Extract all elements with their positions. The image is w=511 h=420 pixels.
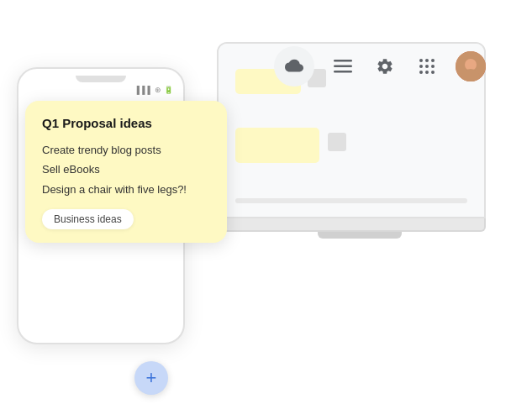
avatar[interactable] — [456, 51, 486, 81]
svg-point-4 — [425, 59, 429, 62]
note-item-2: Sell eBooks — [42, 160, 210, 179]
laptop-bottom-line — [235, 198, 467, 203]
phone-status-text: ▌▌▌ ⊛ 🔋 — [137, 86, 173, 94]
list-icon[interactable] — [329, 53, 356, 80]
toolbar — [274, 46, 486, 87]
laptop-foot — [318, 232, 402, 239]
note-tag[interactable]: Business ideas — [42, 209, 134, 229]
svg-point-11 — [431, 71, 435, 74]
laptop-placeholder-2 — [328, 133, 346, 151]
svg-point-7 — [425, 65, 429, 68]
svg-rect-1 — [334, 66, 352, 68]
svg-point-5 — [431, 59, 435, 62]
svg-point-9 — [419, 71, 423, 74]
svg-point-10 — [425, 71, 429, 74]
laptop-base — [217, 218, 486, 232]
laptop-note-2 — [235, 128, 319, 163]
note-card: Q1 Proposal ideas Create trendy blog pos… — [25, 101, 227, 243]
settings-icon[interactable] — [371, 53, 398, 80]
note-title: Q1 Proposal ideas — [42, 116, 210, 130]
grid-icon[interactable] — [414, 53, 440, 80]
svg-point-13 — [465, 59, 477, 71]
fab-button[interactable]: + — [134, 361, 168, 395]
svg-point-3 — [419, 59, 423, 62]
svg-rect-0 — [334, 60, 352, 62]
note-item-3: Design a chair with five legs?! — [42, 180, 210, 199]
svg-point-6 — [419, 65, 423, 68]
note-item-1: Create trendy blog posts — [42, 140, 210, 160]
phone-status-bar: ▌▌▌ ⊛ 🔋 — [18, 82, 183, 94]
cloud-icon[interactable] — [274, 46, 314, 87]
svg-point-8 — [431, 65, 435, 68]
svg-rect-2 — [334, 71, 352, 73]
phone-notch — [76, 76, 126, 82]
